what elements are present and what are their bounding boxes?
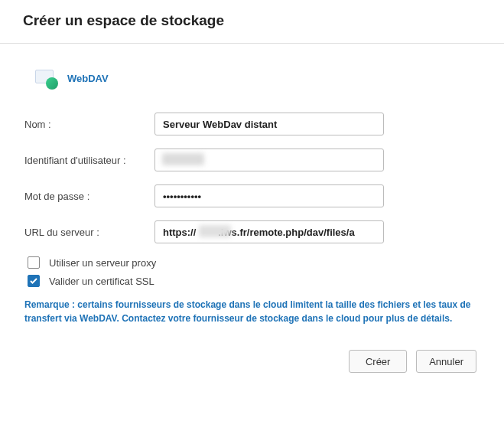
label-proxy: Utiliser un serveur proxy [49,257,156,269]
input-server-url[interactable] [154,220,384,243]
input-password[interactable] [154,184,384,207]
row-user-id: Identifiant d'utilisateur : [24,148,480,171]
webdav-icon [35,67,58,90]
provider-row: WebDAV [24,67,480,90]
checkbox-proxy[interactable] [28,256,40,269]
provider-label: WebDAV [67,73,109,84]
label-user-id: Identifiant d'utilisateur : [24,155,154,166]
dialog-header: Créer un espace de stockage [0,0,504,44]
checkbox-ssl[interactable] [28,275,40,287]
dialog-content: WebDAV Nom : Identifiant d'utilisateur :… [0,44,504,388]
label-password: Mot de passe : [24,191,154,202]
row-server-url: URL du serveur : [24,220,480,243]
cancel-button[interactable]: Annuler [416,350,476,373]
row-ssl: Valider un certificat SSL [28,275,480,287]
row-name: Nom : [24,113,480,135]
label-name: Nom : [24,119,154,130]
row-proxy: Utiliser un serveur proxy [28,256,480,269]
input-name[interactable] [154,113,384,135]
button-row: Créer Annuler [24,350,480,373]
create-button[interactable]: Créer [349,350,407,373]
page-title: Créer un espace de stockage [23,12,481,29]
row-password: Mot de passe : [24,184,480,207]
label-server-url: URL du serveur : [24,227,154,238]
note-text: Remarque : certains fournisseurs de stoc… [24,298,480,325]
label-ssl: Valider un certificat SSL [49,276,154,287]
input-user-id[interactable] [154,148,384,171]
